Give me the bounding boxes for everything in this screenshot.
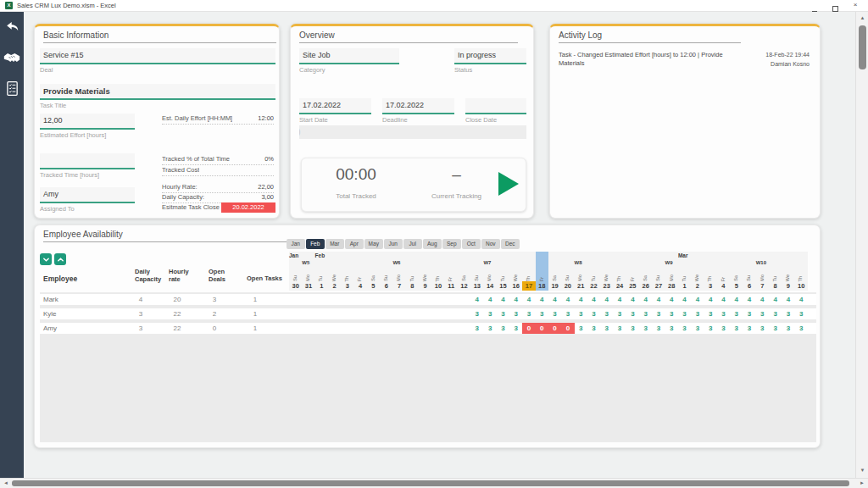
month-button-oct[interactable]: Oct <box>462 239 481 249</box>
availability-cell[interactable] <box>289 323 302 334</box>
availability-cell[interactable] <box>302 294 314 305</box>
availability-cell[interactable] <box>406 294 419 305</box>
availability-cell[interactable] <box>302 308 314 319</box>
availability-cell[interactable]: 3 <box>769 308 782 319</box>
availability-cell[interactable]: 3 <box>795 308 808 319</box>
availability-cell[interactable] <box>289 294 302 305</box>
scrollbar-down-icon[interactable]: ▼ <box>856 465 868 476</box>
availability-cell[interactable] <box>458 294 470 305</box>
scroll-up-button[interactable] <box>54 253 66 265</box>
calendar-day-cell[interactable]: 14 <box>483 281 496 291</box>
availability-cell[interactable]: 0 <box>536 323 548 334</box>
availability-cell[interactable]: 4 <box>613 294 626 305</box>
calendar-day-cell[interactable]: 5 <box>367 281 380 291</box>
availability-cell[interactable]: 4 <box>639 294 652 305</box>
task-title-field[interactable]: Provide Materials <box>40 84 275 100</box>
availability-cell[interactable] <box>328 294 341 305</box>
calendar-day-cell[interactable]: 28 <box>665 281 678 291</box>
availability-cell[interactable] <box>445 294 458 305</box>
availability-cell[interactable]: 4 <box>497 294 509 305</box>
availability-cell[interactable]: 4 <box>652 294 665 305</box>
calendar-day-cell[interactable]: 9 <box>782 281 794 291</box>
availability-cell[interactable] <box>341 294 353 305</box>
calendar-day-cell[interactable]: 23 <box>600 281 613 291</box>
notes-field[interactable]: ) <box>299 125 526 139</box>
availability-cell[interactable]: 3 <box>652 308 665 319</box>
assigned-to-field[interactable]: Amy <box>40 187 135 203</box>
month-button-jan[interactable]: Jan <box>287 239 305 249</box>
availability-cell[interactable]: 4 <box>704 294 717 305</box>
availability-cell[interactable]: 4 <box>678 294 691 305</box>
deadline-field[interactable]: 17.02.2022 <box>382 98 454 114</box>
availability-cell[interactable]: 4 <box>756 294 769 305</box>
availability-cell[interactable]: 4 <box>575 294 587 305</box>
availability-cell[interactable] <box>315 323 328 334</box>
month-button-feb[interactable]: Feb <box>306 239 325 249</box>
availability-cell[interactable]: 4 <box>782 294 794 305</box>
availability-cell[interactable] <box>392 323 405 334</box>
availability-cell[interactable]: 3 <box>587 308 600 319</box>
calendar-day-cell[interactable]: 13 <box>470 281 483 291</box>
availability-cell[interactable] <box>380 294 392 305</box>
calendar-day-cell[interactable]: 26 <box>639 281 652 291</box>
availability-cell[interactable] <box>302 323 314 334</box>
availability-cell[interactable]: 3 <box>691 308 704 319</box>
availability-cell[interactable] <box>392 308 405 319</box>
availability-cell[interactable]: 3 <box>730 323 743 334</box>
availability-cell[interactable]: 3 <box>795 323 808 334</box>
availability-cell[interactable]: 3 <box>497 323 509 334</box>
calendar-day-cell[interactable]: 24 <box>613 281 626 291</box>
availability-cell[interactable]: 4 <box>587 294 600 305</box>
availability-cell[interactable]: 3 <box>678 308 691 319</box>
availability-cell[interactable] <box>380 323 392 334</box>
availability-cell[interactable] <box>431 323 444 334</box>
availability-cell[interactable] <box>419 323 431 334</box>
scroll-down-button[interactable] <box>40 253 52 265</box>
availability-cell[interactable]: 3 <box>704 323 717 334</box>
availability-cell[interactable] <box>419 308 431 319</box>
tasks-button[interactable] <box>0 77 24 99</box>
availability-cell[interactable]: 4 <box>743 294 755 305</box>
status-field[interactable]: In progress <box>454 48 526 64</box>
availability-cell[interactable] <box>341 308 353 319</box>
availability-cell[interactable]: 3 <box>626 323 639 334</box>
calendar-day-cell[interactable]: 12 <box>458 281 470 291</box>
availability-cell[interactable]: 3 <box>575 308 587 319</box>
availability-cell[interactable] <box>431 308 444 319</box>
availability-cell[interactable] <box>458 308 470 319</box>
availability-cell[interactable] <box>367 294 380 305</box>
availability-cell[interactable] <box>328 323 341 334</box>
availability-cell[interactable]: 3 <box>782 323 794 334</box>
availability-cell[interactable]: 4 <box>665 294 678 305</box>
availability-cell[interactable] <box>341 323 353 334</box>
availability-cell[interactable]: 3 <box>470 323 483 334</box>
calendar-day-cell[interactable]: 10 <box>795 281 808 291</box>
availability-cell[interactable]: 3 <box>639 323 652 334</box>
availability-cell[interactable]: 3 <box>470 308 483 319</box>
availability-cell[interactable]: 4 <box>509 294 522 305</box>
availability-cell[interactable] <box>419 294 431 305</box>
calendar-day-cell[interactable]: 6 <box>743 281 755 291</box>
availability-cell[interactable]: 4 <box>483 294 496 305</box>
availability-cell[interactable]: 3 <box>665 323 678 334</box>
tracked-time-field[interactable] <box>40 153 135 169</box>
availability-cell[interactable] <box>367 323 380 334</box>
calendar-day-cell[interactable]: 1 <box>315 281 328 291</box>
availability-cell[interactable]: 3 <box>743 323 755 334</box>
availability-cell[interactable]: 3 <box>575 323 587 334</box>
availability-cell[interactable]: 3 <box>678 323 691 334</box>
calendar-day-cell[interactable]: 27 <box>652 281 665 291</box>
calendar-day-cell[interactable]: 8 <box>406 281 419 291</box>
availability-cell[interactable]: 3 <box>509 323 522 334</box>
calendar-day-cell[interactable]: 19 <box>548 281 561 291</box>
scrollbar-right-icon[interactable]: ► <box>856 479 868 488</box>
availability-cell[interactable]: 4 <box>600 294 613 305</box>
minimize-button[interactable] <box>805 0 824 11</box>
availability-cell[interactable]: 4 <box>561 294 574 305</box>
start-date-field[interactable]: 17.02.2022 <box>299 98 371 114</box>
availability-cell[interactable]: 3 <box>704 308 717 319</box>
vertical-scrollbar-thumb[interactable] <box>859 25 866 69</box>
availability-cell[interactable]: 4 <box>717 294 730 305</box>
availability-cell[interactable] <box>380 308 392 319</box>
availability-cell[interactable]: 3 <box>509 308 522 319</box>
